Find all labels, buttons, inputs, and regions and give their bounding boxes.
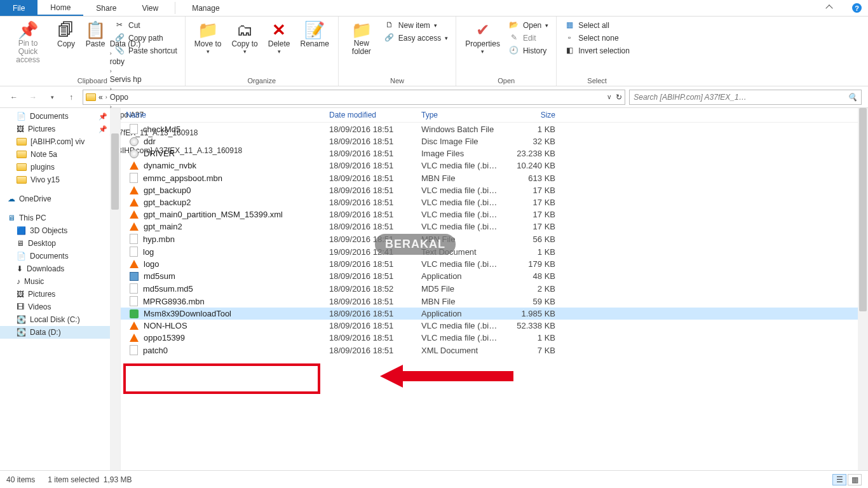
file-row[interactable]: oppo1539918/09/2016 18:51VLC media file … <box>121 332 868 344</box>
tree-thispc[interactable]: 🖥This PC <box>0 212 120 224</box>
col-date[interactable]: Date modified <box>329 111 421 119</box>
file-row[interactable]: patch018/09/2016 18:51XML Document7 KB <box>121 344 868 356</box>
tab-share[interactable]: Share <box>83 0 129 16</box>
filelist-scrollbar[interactable] <box>858 108 868 470</box>
cut-button[interactable]: ✂Cut <box>114 20 177 30</box>
file-name: gpt_backup0 <box>144 186 191 195</box>
file-row[interactable]: Msm8x39DownloadTool18/09/2016 18:51Appli… <box>121 308 868 320</box>
breadcrumb-segment[interactable]: Servis hp <box>110 75 243 84</box>
open-icon: 📂 <box>509 20 519 30</box>
col-size[interactable]: Size <box>513 111 564 119</box>
paste-button[interactable]: 📋 Paste <box>80 18 111 64</box>
file-row[interactable]: emmc_appsboot.mbn18/09/2016 18:51MBN Fil… <box>121 172 868 184</box>
tab-file[interactable]: File <box>0 0 37 16</box>
help-button[interactable]: ? <box>841 0 868 16</box>
address-bar[interactable]: « › Data (D:)›roby›Servis hp›Oppo›Oppo A… <box>83 90 625 105</box>
file-size: 17 KB <box>513 198 564 207</box>
file-row[interactable]: ddr18/09/2016 18:51Disc Image File32 KB <box>121 135 868 147</box>
delete-button[interactable]: ✕Delete <box>263 18 295 55</box>
tree-item[interactable]: Note 5a <box>0 148 120 161</box>
col-type[interactable]: Type <box>421 111 513 119</box>
file-type: VLC media file (.bi… <box>421 321 513 330</box>
tree-item[interactable]: 📄 Documents📌 <box>0 110 120 123</box>
file-list-panel: Name Date modified Type Size checkMd518/… <box>121 108 868 470</box>
filelist-scroll-thumb[interactable] <box>859 108 867 311</box>
select-all-button[interactable]: ▦Select all <box>564 20 630 30</box>
view-icons-button[interactable]: ▦ <box>848 474 862 485</box>
open-button[interactable]: 📂Open ▾ <box>509 20 548 30</box>
tree-item[interactable]: 🖼 Pictures <box>0 288 120 301</box>
file-row[interactable]: hyp.mbn18/09/2016 18:51MBN File56 KB <box>121 233 868 245</box>
tree-onedrive[interactable]: ☁OneDrive <box>0 193 120 205</box>
rename-button[interactable]: 📝Rename <box>295 18 334 55</box>
tree-item[interactable]: 🖼 Pictures📌 <box>0 123 120 135</box>
breadcrumb-prefix[interactable]: « › <box>98 93 107 102</box>
file-icon <box>130 222 139 231</box>
breadcrumb-segment[interactable]: roby <box>110 57 243 66</box>
tree-item[interactable]: Vivo y15 <box>0 173 120 186</box>
refresh-button[interactable]: ↻ <box>616 93 622 102</box>
tree-item[interactable]: 🟦 3D Objects <box>0 224 120 237</box>
file-date: 18/09/2016 18:51 <box>329 321 421 330</box>
file-row[interactable]: MPRG8936.mbn18/09/2016 18:51MBN File59 K… <box>121 295 868 308</box>
file-row[interactable]: gpt_main0_partition_MSM_15399.xml18/09/2… <box>121 208 868 220</box>
tree-item[interactable]: 📄 Documents <box>0 250 120 262</box>
newfolder-icon: 📁 <box>351 20 372 39</box>
file-date: 18/09/2016 18:51 <box>329 333 421 342</box>
col-name[interactable]: Name <box>126 111 329 119</box>
file-date: 18/09/2016 18:51 <box>329 259 421 269</box>
tree-item[interactable]: [ABIHP.com] viv <box>0 135 120 148</box>
nav-tree: 📄 Documents📌🖼 Pictures📌 [ABIHP.com] viv … <box>0 108 121 470</box>
tree-item[interactable]: plugins <box>0 161 120 173</box>
invert-selection-button[interactable]: ◧Invert selection <box>564 46 630 56</box>
view-details-button[interactable]: ☰ <box>832 474 846 485</box>
tree-scrollbar[interactable] <box>110 108 120 470</box>
copy-button[interactable]: 🗐 Copy <box>52 18 80 64</box>
up-button[interactable]: ↑ <box>64 90 79 105</box>
tree-item[interactable]: 💽 Local Disk (C:) <box>0 313 120 326</box>
ribbon-group-new: 📁New folder 🗋New item ▾ 🔗Easy access ▾ N… <box>339 17 456 86</box>
forward-button[interactable]: → <box>25 90 41 105</box>
file-type: VLC media file (.bi… <box>421 210 513 219</box>
file-row[interactable]: DRIVER18/09/2016 18:51Image Files23.238 … <box>121 147 868 159</box>
file-row[interactable]: gpt_backup018/09/2016 18:51VLC media fil… <box>121 184 868 196</box>
tab-view[interactable]: View <box>129 0 171 16</box>
breadcrumb-segment[interactable]: Data (D:) <box>110 39 243 48</box>
select-none-button[interactable]: ▫Select none <box>564 33 630 43</box>
tree-item[interactable]: 🎞 Videos <box>0 301 120 313</box>
file-row[interactable]: NON-HLOS18/09/2016 18:51VLC media file (… <box>121 320 868 332</box>
history-dropdown[interactable]: ▾ <box>44 90 60 105</box>
file-row[interactable]: logo18/09/2016 18:51VLC media file (.bi…… <box>121 258 868 270</box>
history-button[interactable]: 🕘History <box>509 46 548 56</box>
easy-access-button[interactable]: 🔗Easy access ▾ <box>384 33 448 43</box>
new-folder-button[interactable]: 📁New folder <box>342 18 381 56</box>
tree-item[interactable]: ♪ Music <box>0 275 120 288</box>
breadcrumb-segment[interactable]: Oppo <box>110 93 243 102</box>
file-row[interactable]: dynamic_nvbk18/09/2016 18:51VLC media fi… <box>121 159 868 172</box>
properties-button[interactable]: ✔Properties <box>460 18 505 58</box>
tree-item[interactable]: ⬇ Downloads <box>0 262 120 275</box>
search-box[interactable]: Search [ABIHP.com] A37fEX_1… 🔍 <box>629 90 862 105</box>
tree-scroll-thumb[interactable] <box>111 133 119 210</box>
file-row[interactable]: checkMd518/09/2016 18:51Windows Batch Fi… <box>121 123 868 135</box>
file-row[interactable]: md5sum18/09/2016 18:51Application48 KB <box>121 270 868 282</box>
tree-item[interactable]: 💽 Data (D:) <box>0 326 120 339</box>
file-row[interactable]: gpt_main218/09/2016 18:51VLC media file … <box>121 220 868 233</box>
column-headers[interactable]: Name Date modified Type Size <box>121 108 868 123</box>
collapse-ribbon[interactable] <box>820 0 841 16</box>
file-name: md5sum.md5 <box>143 284 193 294</box>
pin-to-quick-access-button[interactable]: 📌 Pin to Quick access <box>4 18 52 64</box>
tree-item[interactable]: 🖥 Desktop <box>0 237 120 250</box>
file-size: 48 KB <box>513 271 564 281</box>
edit-button[interactable]: ✎Edit <box>509 33 548 43</box>
address-dropdown[interactable]: v <box>605 93 613 100</box>
new-item-button[interactable]: 🗋New item ▾ <box>384 20 448 30</box>
file-row[interactable]: log19/09/2016 12:41Text Document1 KB <box>121 245 868 258</box>
pin-icon: 📌 <box>18 20 38 39</box>
file-row[interactable]: gpt_backup218/09/2016 18:51VLC media fil… <box>121 196 868 208</box>
file-row[interactable]: md5sum.md518/09/2016 18:52MD5 File2 KB <box>121 282 868 295</box>
back-button[interactable]: ← <box>6 90 22 105</box>
tab-manage[interactable]: Manage <box>179 0 232 16</box>
tab-home[interactable]: Home <box>37 0 83 16</box>
file-icon <box>130 198 139 207</box>
